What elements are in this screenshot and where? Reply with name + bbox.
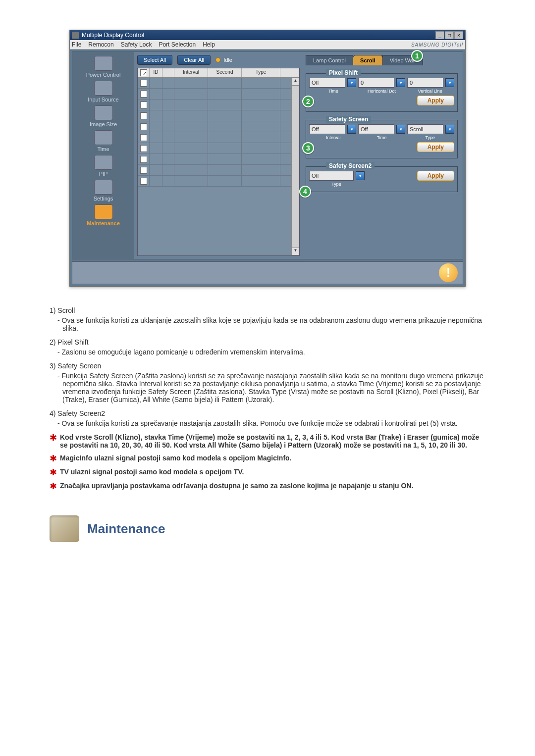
chevron-down-icon[interactable]: ▾	[445, 78, 454, 87]
pip-icon	[94, 155, 113, 170]
app-icon	[72, 32, 79, 39]
sidebar-item-maintenance[interactable]: Maintenance	[74, 204, 132, 226]
doc-desc-3: - Funkcija Safety Screen (Zaštita zaslon…	[50, 372, 485, 403]
tabset: Lamp Control Scroll Video Wall	[306, 55, 458, 65]
row-checkbox[interactable]	[140, 167, 147, 174]
ss-interval-label: Interval	[309, 135, 358, 140]
sidebar-item-image-size[interactable]: Image Size	[74, 105, 132, 127]
doc-desc-1: - Ova se funkcija koristi za uklanjanje …	[50, 316, 485, 332]
star-note-4: ✱ Značajka upravljanja postavkama odrľav…	[50, 482, 485, 491]
menu-remocon[interactable]: Remocon	[88, 41, 113, 48]
ss-time-dd[interactable]: Off	[358, 124, 394, 134]
maximize-button[interactable]: □	[445, 31, 454, 39]
document-body: 1) Scroll - Ova se funkcija koristi za u…	[50, 306, 485, 542]
row-checkbox[interactable]	[140, 123, 147, 130]
row-checkbox[interactable]	[140, 178, 147, 185]
table-row[interactable]	[138, 121, 291, 132]
tab-lamp-control[interactable]: Lamp Control	[306, 55, 353, 65]
table-row[interactable]	[138, 78, 291, 89]
table-row[interactable]	[138, 154, 291, 165]
row-checkbox[interactable]	[140, 134, 147, 141]
table-row[interactable]	[138, 110, 291, 121]
grid-rows	[138, 78, 291, 255]
app-title: Multiple Display Control	[82, 32, 144, 39]
doc-head-3: 3) Safety Screen	[50, 362, 485, 370]
col-second-header[interactable]: Second	[208, 68, 242, 77]
power-icon	[94, 56, 113, 71]
col-type-header[interactable]: Type	[242, 68, 280, 77]
select-all-button[interactable]: Select All	[137, 55, 172, 65]
col-check-header[interactable]	[138, 68, 150, 77]
marker-1: 1	[411, 50, 423, 62]
table-row[interactable]	[138, 100, 291, 110]
sidebar-item-time[interactable]: Time	[74, 130, 132, 152]
maintenance-section-icon	[50, 515, 79, 542]
doc-item-1: 1) Scroll - Ova se funkcija koristi za u…	[50, 306, 485, 332]
ss-interval-dd[interactable]: Off	[309, 124, 345, 134]
maintenance-section-title: Maintenance	[87, 521, 165, 537]
chevron-down-icon[interactable]: ▾	[356, 171, 365, 180]
tab-scroll[interactable]: Scroll	[353, 55, 383, 65]
pixel-shift-off-dd[interactable]: Off	[309, 78, 345, 88]
grid-header: ID Interval Second Type	[138, 68, 299, 78]
chevron-down-icon[interactable]: ▾	[347, 78, 356, 87]
menu-bar: File Remocon Safety Lock Port Selection …	[70, 40, 465, 50]
row-checkbox[interactable]	[140, 80, 147, 87]
ss-time-label: Time	[358, 135, 406, 140]
table-row[interactable]	[138, 132, 291, 143]
menu-port-selection[interactable]: Port Selection	[159, 41, 196, 48]
star-note-1: ✱ Kod vrste Scroll (Klizno), stavka Time…	[50, 433, 485, 449]
ss2-type-dd[interactable]: Off	[309, 171, 354, 181]
ps-vert-label: Vertical Line	[406, 89, 454, 94]
table-row[interactable]	[138, 176, 291, 187]
chevron-down-icon[interactable]: ▾	[396, 78, 405, 87]
middle-pane: Select All Clear All Idle ID Interval Se…	[134, 52, 303, 259]
row-checkbox[interactable]	[140, 145, 147, 152]
minimize-button[interactable]: _	[435, 31, 444, 39]
pixel-shift-h-dd[interactable]: 0	[358, 78, 394, 88]
col-id-header[interactable]: ID	[150, 68, 162, 77]
idle-status: Idle	[215, 57, 232, 63]
pixel-shift-v-dd[interactable]: 0	[407, 78, 443, 88]
chevron-down-icon[interactable]: ▾	[396, 125, 405, 134]
sidebar-item-power-control[interactable]: Power Control	[74, 56, 132, 78]
grid-scrollbar[interactable]: ▲ ▼	[291, 78, 299, 255]
table-row[interactable]	[138, 143, 291, 154]
brand-label: SAMSUNG DIGITall	[411, 42, 463, 48]
table-row[interactable]	[138, 89, 291, 100]
table-row[interactable]	[138, 165, 291, 176]
clear-all-button[interactable]: Clear All	[177, 55, 211, 65]
row-checkbox[interactable]	[140, 112, 147, 119]
menu-help[interactable]: Help	[203, 41, 215, 48]
maintenance-heading: Maintenance	[50, 515, 485, 542]
safety-screen-title: Safety Screen	[326, 116, 371, 123]
row-checkbox[interactable]	[140, 156, 147, 163]
close-button[interactable]: ×	[454, 31, 463, 39]
doc-head-2: 2) Pixel Shift	[50, 338, 485, 346]
apply-button[interactable]: Apply	[417, 142, 454, 152]
sidebar-item-input-source[interactable]: Input Source	[74, 81, 132, 102]
scroll-down-button[interactable]: ▼	[292, 248, 299, 255]
row-checkbox[interactable]	[140, 101, 147, 108]
col-interval-header[interactable]: Interval	[174, 68, 208, 77]
apply-button[interactable]: Apply	[417, 171, 454, 181]
star-icon: ✱	[50, 454, 57, 463]
sidebar-label: Maintenance	[87, 220, 120, 226]
safety-screen-panel: Safety Screen Off ▾ Off ▾ Scroll ▾ Inter…	[306, 120, 458, 158]
apply-button[interactable]: Apply	[417, 96, 454, 105]
marker-4: 4	[299, 186, 311, 198]
row-checkbox[interactable]	[140, 91, 147, 98]
chevron-down-icon[interactable]: ▾	[347, 125, 356, 134]
star-icon: ✱	[50, 482, 57, 491]
menu-file[interactable]: File	[72, 41, 81, 48]
ps-horiz-label: Horizontal Dot	[358, 89, 406, 94]
status-footer: !	[72, 261, 463, 284]
scroll-up-button[interactable]: ▲	[292, 78, 299, 86]
sidebar-item-settings[interactable]: Settings	[74, 180, 132, 202]
ss-type-dd[interactable]: Scroll	[407, 124, 443, 134]
menu-safety-lock[interactable]: Safety Lock	[121, 41, 152, 48]
star-note-3: ✱ TV ulazni signal postoji samo kod mode…	[50, 468, 485, 477]
sidebar-label: PIP	[99, 171, 108, 177]
chevron-down-icon[interactable]: ▾	[445, 125, 454, 134]
sidebar-item-pip[interactable]: PIP	[74, 155, 132, 177]
